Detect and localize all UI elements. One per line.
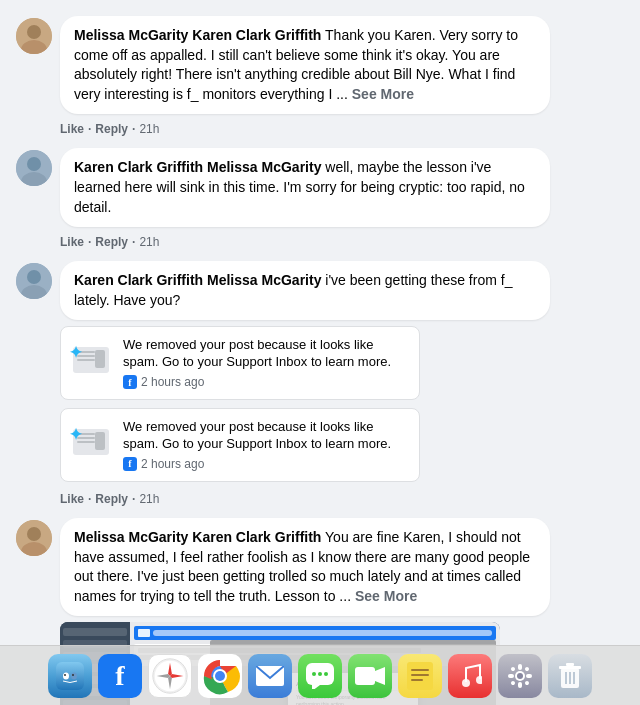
dock-icon-system-prefs[interactable] [498,654,542,698]
author-name-secondary-2: Melissa McGarity [207,159,321,175]
dot-1: · [88,122,91,136]
spam-card-1: ✦ We removed your post because it looks … [60,326,420,400]
spam-card-2: ✦ We removed your post because it looks … [60,408,420,482]
dock-icon-notes[interactable] [398,654,442,698]
spam-card-footer-2: f 2 hours ago [123,457,407,471]
reply-button-2[interactable]: Reply [95,235,128,249]
svg-point-1 [27,25,41,39]
see-more-link-1[interactable]: See More [352,86,414,102]
spam-card-time-2: 2 hours ago [141,457,204,471]
reply-button-1[interactable]: Reply [95,122,128,136]
dock-icon-messages[interactable] [298,654,342,698]
svg-point-16 [72,674,74,676]
svg-rect-45 [518,682,522,688]
avatar-4 [16,520,52,556]
reply-button-3[interactable]: Reply [95,492,128,506]
svg-point-15 [64,674,66,676]
svg-rect-50 [510,680,516,686]
avatar-2 [16,150,52,186]
like-button-3[interactable]: Like [60,492,84,506]
like-button-1[interactable]: Like [60,122,84,136]
svg-rect-39 [411,679,423,681]
author-name-2: Karen Clark Griffith [74,159,203,175]
spam-card-icon-1: ✦ [73,343,113,383]
svg-rect-53 [559,666,581,669]
comment-item-4: Melissa McGarity Karen Clark Griffith Yo… [0,512,640,620]
author-name-3: Karen Clark Griffith [74,272,203,288]
time-1: 21h [139,122,159,136]
svg-rect-46 [508,674,514,678]
comment-actions-1: Like · Reply · 21h [0,120,640,138]
svg-point-13 [63,672,69,679]
svg-rect-51 [524,680,530,686]
dock-icon-facetime[interactable] [348,654,392,698]
comment-text-1: Melissa McGarity Karen Clark Griffith Th… [74,27,518,102]
author-name-secondary-3: Melissa McGarity [207,272,321,288]
avatar [16,18,52,54]
comment-text-3: Karen Clark Griffith Melissa McGarity i'… [74,272,512,308]
svg-rect-49 [524,666,530,672]
author-name-secondary-1: Karen Clark Griffith [192,27,321,43]
svg-point-43 [517,673,523,679]
spam-card-text-2: We removed your post because it looks li… [123,419,407,453]
svg-rect-12 [56,662,84,690]
comment-actions-3: Like · Reply · 21h [0,490,640,508]
spam-card-icon-2: ✦ [73,425,113,465]
svg-point-4 [27,157,41,171]
svg-point-14 [71,672,77,679]
fb-logo-2: f [123,457,137,471]
dock-icon-facebook[interactable]: f [98,654,142,698]
comment-item-1: Melissa McGarity Karen Clark Griffith Th… [0,10,640,118]
svg-rect-47 [526,674,532,678]
time-3: 21h [139,492,159,506]
svg-point-10 [27,527,41,541]
svg-point-31 [312,672,316,676]
dock-icon-trash[interactable] [548,654,592,698]
spam-card-time-1: 2 hours ago [141,375,204,389]
svg-rect-54 [566,663,574,666]
svg-point-33 [324,672,328,676]
comment-actions-2: Like · Reply · 21h [0,233,640,251]
svg-point-32 [318,672,322,676]
svg-rect-34 [355,667,375,685]
comment-bubble-4: Melissa McGarity Karen Clark Griffith Yo… [60,518,550,616]
svg-point-7 [27,270,41,284]
svg-rect-48 [510,666,516,672]
dot-2: · [132,122,135,136]
spam-card-content-1: We removed your post because it looks li… [123,337,407,389]
comment-bubble-3: Karen Clark Griffith Melissa McGarity i'… [60,261,550,320]
svg-point-27 [215,671,225,681]
svg-marker-30 [312,685,320,689]
comment-item-2: Karen Clark Griffith Melissa McGarity we… [0,142,640,231]
comment-text-4: Melissa McGarity Karen Clark Griffith Yo… [74,529,530,604]
see-more-link-4[interactable]: See More [355,588,417,604]
avatar-3 [16,263,52,299]
svg-rect-44 [518,664,522,670]
svg-rect-38 [411,674,429,676]
spam-card-text-1: We removed your post because it looks li… [123,337,407,371]
dock-icon-safari[interactable] [148,654,192,698]
comment-item-3: Karen Clark Griffith Melissa McGarity i'… [0,255,640,324]
svg-point-40 [462,679,470,687]
dock-icon-finder[interactable] [48,654,92,698]
svg-marker-35 [375,667,385,685]
author-name-4: Melissa McGarity [74,529,188,545]
dock-icon-chrome[interactable] [198,654,242,698]
comment-text-2: Karen Clark Griffith Melissa McGarity we… [74,159,525,214]
mac-dock: f [0,645,640,705]
comment-bubble-2: Karen Clark Griffith Melissa McGarity we… [60,148,550,227]
svg-point-41 [476,676,482,684]
spam-cards-container: ✦ We removed your post because it looks … [60,326,624,482]
like-button-2[interactable]: Like [60,235,84,249]
fb-logo-1: f [123,375,137,389]
comment-bubble-1: Melissa McGarity Karen Clark Griffith Th… [60,16,550,114]
time-2: 21h [139,235,159,249]
svg-rect-37 [411,669,429,671]
dock-icon-music[interactable] [448,654,492,698]
spam-card-footer-1: f 2 hours ago [123,375,407,389]
dock-icon-mail[interactable] [248,654,292,698]
author-name-1: Melissa McGarity [74,27,188,43]
spam-card-content-2: We removed your post because it looks li… [123,419,407,471]
author-name-secondary-4: Karen Clark Griffith [192,529,321,545]
comments-container: Melissa McGarity Karen Clark Griffith Th… [0,0,640,705]
